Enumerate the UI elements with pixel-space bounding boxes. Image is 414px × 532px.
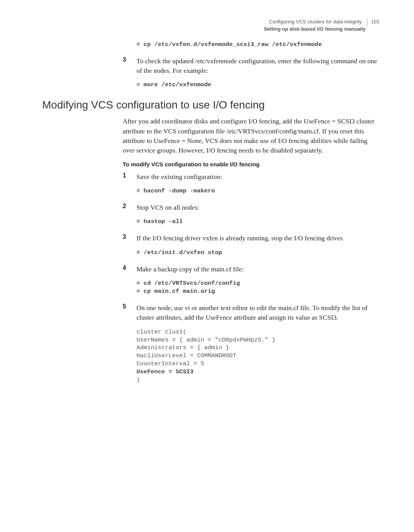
code-line: CounterInterval = 5 [136,360,204,367]
step-4: 4 Make a backup copy of the main.cf file… [123,264,380,274]
step-text: On one node, use vi or another text edit… [136,303,380,323]
code-block-2: # hastop -all [136,218,380,226]
command-text: /etc/init.d/vxfen stop [144,249,222,256]
code-block-more: # more /etc/vxfenmode [136,81,380,89]
step-1: 1 Save the existing configuration: [123,172,380,182]
step-text: If the I/O fencing driver vxfen is alrea… [136,233,344,243]
step-text: Stop VCS on all nodes: [136,203,199,212]
code-block-5: cluster clus1( UserNames = { admin = "cD… [136,328,380,384]
code-line: UserNames = { admin = "cDRpdxPmHpzS." } [136,337,276,343]
code-block-3: # /etc/init.d/vxfen stop [136,249,380,257]
step-number: 4 [123,264,136,274]
command-text: more /etc/vxfenmode [144,81,212,88]
body-paragraph: After you add coordinator disks and conf… [123,117,380,156]
code-block-1: # haconf -dump -makero [136,187,380,195]
command-text: cp /etc/vxfen.d/vxfenmode_scsi3_raw /etc… [144,41,322,48]
section-heading: Modifying VCS configuration to use I/O f… [42,99,380,111]
command-text: hastop -all [144,218,183,225]
step-text: Save the existing configuration: [136,172,222,182]
code-line: HacliUserLevel = COMMANDROOT [136,352,236,359]
command-text: cp main.cf main.orig [144,288,215,295]
chapter-title: Configuring VCS clusters for data integr… [269,19,362,25]
page-header: Configuring VCS clusters for data integr… [42,18,380,33]
step-number: 3 [123,56,136,76]
step-number: 3 [123,233,136,243]
step-3: 3 If the I/O fencing driver vxfen is alr… [123,233,380,243]
code-block-4: # cd /etc/VRTSvcs/conf/config # cp main.… [136,279,380,296]
step-text: To check the updated /etc/vxfenmode conf… [136,56,380,76]
step-2: 2 Stop VCS on all nodes: [123,203,380,212]
command-text: haconf -dump -makero [144,187,215,194]
code-line-bold: UseFence = SCSI3 [136,368,194,375]
code-line: cluster clus1( [136,328,186,335]
content-region: # cp /etc/vxfen.d/vxfenmode_scsi3_raw /e… [123,41,380,89]
step-text: Make a backup copy of the main.cf file: [136,264,244,274]
step-number: 5 [123,303,136,323]
section-title: Setting up disk-based I/O fencing manual… [42,26,366,33]
step-intro-3: 3 To check the updated /etc/vxfenmode co… [123,56,380,76]
code-block-intro: # cp /etc/vxfen.d/vxfenmode_scsi3_raw /e… [136,41,380,49]
code-line: ) [136,376,140,383]
procedure-heading: To modify VCS configuration to enable I/… [123,161,380,167]
section-body: After you add coordinator disks and conf… [123,117,380,384]
step-number: 2 [123,203,136,212]
code-line: Administrators = { admin } [136,344,229,351]
step-5: 5 On one node, use vi or another text ed… [123,303,380,323]
step-number: 1 [123,172,136,182]
page-number: 101 [367,18,380,26]
command-text: cd /etc/VRTSvcs/conf/config [144,280,240,287]
